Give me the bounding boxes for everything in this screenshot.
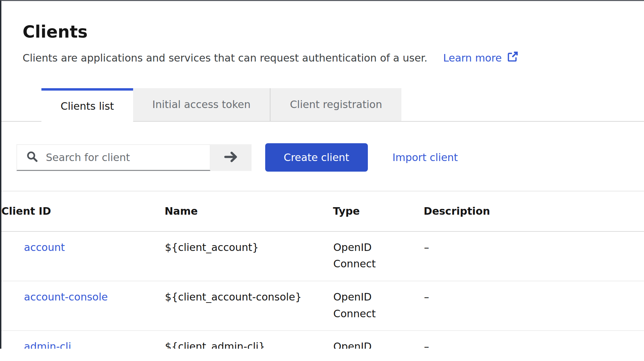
search-group — [16, 144, 252, 171]
search-input[interactable] — [45, 151, 206, 164]
table-row: account-console${client_account-console}… — [1, 281, 644, 331]
tabs-bar: Clients list Initial access token Client… — [1, 88, 644, 122]
column-header-type: Type — [333, 191, 424, 231]
client-id-link[interactable]: admin-cli — [24, 340, 71, 349]
client-description-cell: – — [424, 281, 644, 331]
tab-client-registration-label: Client registration — [290, 98, 382, 110]
client-name-cell: ${client_account-console} — [165, 281, 333, 331]
tab-client-registration[interactable]: Client registration — [271, 88, 401, 121]
search-icon — [26, 150, 38, 164]
client-id-link[interactable]: account — [24, 241, 65, 253]
client-id-cell: account — [1, 231, 165, 281]
clients-page-window: Clients Clients are applications and ser… — [0, 0, 644, 349]
import-client-link[interactable]: Import client — [392, 151, 458, 163]
column-header-name: Name — [165, 191, 333, 231]
table-row: admin-cli${client_admin-cli}OpenID Conne… — [1, 331, 644, 349]
client-name-cell: ${client_admin-cli} — [165, 331, 333, 349]
client-type-cell: OpenID Connect — [333, 331, 424, 349]
tab-clients-list[interactable]: Clients list — [41, 88, 133, 122]
tab-initial-access-token-label: Initial access token — [152, 98, 250, 110]
page-title: Clients — [23, 22, 623, 42]
page-subtitle: Clients are applications and services th… — [23, 52, 427, 64]
table-row: account${client_account}OpenID Connect– — [1, 231, 644, 281]
table-header-row: Client ID Name Type Description — [1, 191, 644, 231]
column-header-description: Description — [424, 191, 644, 231]
client-description-cell: – — [424, 231, 644, 281]
client-id-cell: admin-cli — [1, 331, 165, 349]
learn-more-label: Learn more — [443, 52, 502, 64]
clients-table: Client ID Name Type Description account$… — [1, 191, 644, 349]
client-description-cell: – — [424, 331, 644, 349]
search-submit-button[interactable] — [210, 144, 252, 171]
client-type-cell: OpenID Connect — [333, 231, 424, 281]
search-input-wrap — [16, 144, 210, 171]
page-header: Clients Clients are applications and ser… — [1, 1, 644, 66]
client-type-cell: OpenID Connect — [333, 281, 424, 331]
client-id-link[interactable]: account-console — [24, 291, 108, 303]
tab-clients-list-label: Clients list — [61, 100, 114, 112]
learn-more-link[interactable]: Learn more — [443, 51, 519, 66]
external-link-icon — [506, 51, 519, 66]
tab-initial-access-token[interactable]: Initial access token — [133, 88, 271, 121]
toolbar: Create client Import client — [16, 144, 644, 171]
client-id-cell: account-console — [1, 281, 165, 331]
client-name-cell: ${client_account} — [165, 231, 333, 281]
column-header-client-id: Client ID — [1, 191, 165, 231]
arrow-right-icon — [223, 149, 239, 166]
clients-table-body: account${client_account}OpenID Connect–a… — [1, 231, 644, 349]
create-client-button[interactable]: Create client — [265, 143, 368, 172]
